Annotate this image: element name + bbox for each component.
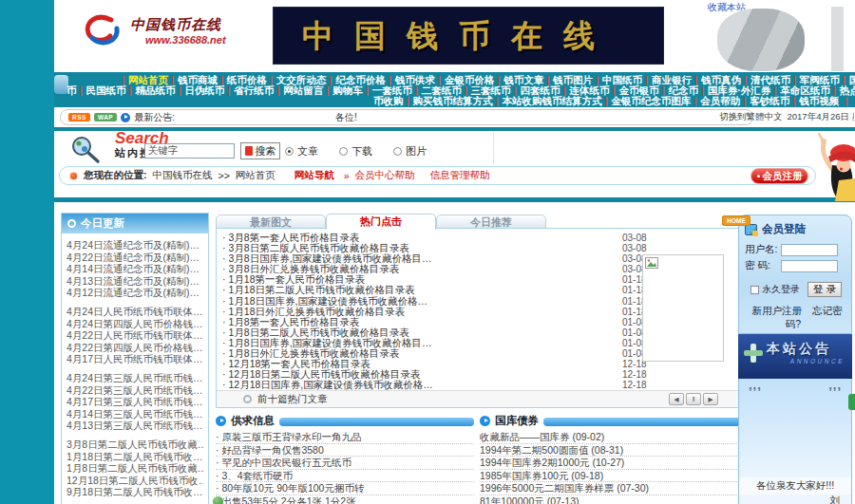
home-button[interactable]: HOME [722,215,750,226]
article-link[interactable]: 3月8第一套人民币价格目录表 [229,233,360,243]
nav-link[interactable]: 军阀纸币 [800,75,840,85]
pager-button[interactable]: ◀ [669,393,684,405]
nav-link[interactable]: 客钞纸币 [750,96,789,106]
wap-badge[interactable]: WAP [94,113,117,121]
member-help-link[interactable]: 会员中心帮助 [355,169,415,182]
today-update-link[interactable]: 4月17日人民币纸币钱币联体… [66,353,203,365]
supply-item[interactable]: 出售53年5分 2分各1张,1分2张 [216,495,474,504]
nav-link[interactable]: 钱币商城 [178,75,218,85]
nav-link[interactable]: 商业银行 [652,75,692,85]
nav-link[interactable]: 本站收购钱币结算方式 [502,96,601,106]
login-button[interactable]: 登 录 [808,282,842,297]
search-input[interactable] [144,143,235,159]
nav-link[interactable]: 热点纸币 [840,85,855,96]
treasury-item[interactable]: 1985年国库券100元 (09-18) [480,470,741,483]
nav-link[interactable]: 国库券·外汇券 [708,85,771,96]
nav-link[interactable]: 金币银币 [618,85,658,96]
today-update-link[interactable]: 4月14日流通纪念币及(精制)… [66,263,203,275]
nav-link[interactable]: 金银币价格 [445,75,495,85]
password-field[interactable] [781,260,838,272]
search-type-option[interactable]: 下载 [339,144,372,159]
article-link[interactable]: 1月18日第二版人民币钱币收藏价格目录表 [229,285,415,295]
radio-icon[interactable] [285,147,294,156]
lang-switch-link[interactable]: 切换到繁體中文 [719,111,783,121]
article-link[interactable]: 1月8日国库券,国家建设债券钱币收藏价格目… [229,338,432,348]
nav-link[interactable]: 钱币文章 [504,75,543,85]
site-logo[interactable]: 中国钱币在线 www.336688.net [81,11,226,49]
nav-link[interactable]: 钱币供求 [395,75,435,85]
tab[interactable]: 热门点击 [326,214,436,230]
supply-item[interactable]: 好品背绿一角仅售3580 [216,444,474,457]
nav-link[interactable]: 文交所动态 [276,75,327,85]
nav-link[interactable]: 购买钱币结算方式 [412,96,492,106]
today-update-link[interactable]: 4月13日流通纪念币及(精制)… [66,275,203,288]
article-link[interactable]: 3月8日第二版人民币钱币收藏价格目录表 [229,243,409,253]
article-link[interactable]: 1月18第一套人民币价格目录表 [229,274,366,285]
search-type-option[interactable]: 文章 [285,144,318,159]
today-update-link[interactable]: 4月24日流通纪念币及(精制)… [66,239,203,252]
nav-link[interactable]: 钱币真伪 [701,75,741,85]
article-link[interactable]: 12月18日第二版人民币钱币收藏价格目录表 [229,369,421,380]
radio-icon[interactable] [393,147,402,156]
search-button[interactable]: 搜索 [240,142,280,159]
nav-link[interactable]: 国库债券 [849,75,855,85]
member-register-button[interactable]: 会员注册 [750,168,808,184]
pager-button[interactable]: ▶ [703,393,718,405]
supply-item[interactable]: 罕见的中国农民银行五元纸币 [216,457,474,470]
article-link[interactable]: 1月18日国库券,国家建设债券钱币收藏价格… [229,296,428,307]
article-link[interactable]: 3月8日外汇兑换券钱币收藏价格目录表 [229,264,400,274]
nav-link[interactable]: 纸币价格 [227,75,267,85]
search-type-option[interactable]: 图片 [393,144,427,159]
nav-link[interactable]: 连体纸币 [569,85,609,96]
today-update-link[interactable]: 3月8日第二版人民币钱币收藏… [66,439,203,451]
today-update-link[interactable]: 4月22日人民币纸币钱币联体… [66,329,203,342]
article-link[interactable]: 1月8日外汇兑换券钱币收藏价格目录表 [229,348,400,359]
radio-icon[interactable] [339,147,348,156]
nav-link[interactable]: 三套纸币 [471,85,511,96]
today-update-link[interactable]: 4月14日第三版人民币纸币钱… [66,408,203,420]
nav-link[interactable]: 一套纸币 [372,85,412,96]
nav-link[interactable]: 清代纸币 [750,75,790,85]
treasury-item[interactable]: 81年100000元 (07-13) [480,495,741,504]
article-link[interactable]: 12月18日国库券,国家建设债券钱币收藏价格… [229,380,433,390]
breadcrumb-site-link[interactable]: 中国钱币在线 [153,169,213,182]
nav-link[interactable]: 币 [66,85,77,96]
supply-item[interactable]: 3、4套纸币硬币 [216,470,474,483]
today-update-link[interactable]: 4月24日第四版人民币价格钱… [66,318,203,330]
today-update-link[interactable]: 4月22日第三版人民币纸币钱… [66,384,203,397]
floating-qq-icon[interactable] [212,495,224,504]
article-link[interactable]: 1月18日外汇兑换券钱币收藏价格目录表 [229,307,406,317]
nav-link[interactable]: 网站首页 [128,75,168,85]
nav-link[interactable]: 金银币纪念币图库 [611,96,691,106]
today-update-link[interactable]: 1月8日第二版人民币钱币收藏… [66,462,203,475]
nav-link[interactable]: 革命区纸币 [780,85,830,96]
treasury-item[interactable]: 收藏新品——国库券 (09-02) [480,431,741,444]
treasury-item[interactable]: 1996年5000元二期国库券样票 (07-30) [480,482,741,495]
today-update-link[interactable]: 4月24日第三版人民币纸币钱… [66,372,203,384]
supply-item[interactable]: 80年版10元 90年版100元捆币转 [216,482,474,495]
rss-badge[interactable]: RSS [68,113,90,121]
new-user-register-link[interactable]: 新用户注册 [752,305,803,316]
article-link[interactable]: 12月18第一套人民币价格目录表 [229,359,370,369]
nav-link[interactable]: 币收购 [373,96,404,106]
nav-link[interactable]: 四套纸币 [521,85,560,96]
username-field[interactable] [781,244,838,256]
today-update-link[interactable]: 4月12日流通纪念币及(精制)… [66,287,203,299]
today-update-link[interactable]: 4月22日第四版人民币价格钱… [66,342,203,354]
nav-link[interactable]: 购物车 [332,85,363,96]
floating-sidebar-button[interactable] [848,394,855,410]
nav-link[interactable]: 精品纸币 [135,85,175,96]
nav-link[interactable]: 民国纸币 [86,85,125,96]
article-link[interactable]: 1月8第一套人民币价格目录表 [229,317,360,327]
nav-link[interactable]: 网站留言 [283,85,323,96]
today-update-link[interactable]: 4月22日流通纪念币及(精制)… [66,252,203,264]
today-update-link[interactable]: 4月13日第三版人民币纸币钱… [66,420,203,432]
info-help-link[interactable]: 信息管理帮助 [430,169,490,182]
nav-link[interactable]: 中国纸币 [602,75,642,85]
nav-link[interactable]: 二套纸币 [422,85,462,96]
remember-checkbox[interactable] [750,286,759,294]
treasury-item[interactable]: 1994年国库券2期1000元 (10-27) [480,457,741,470]
article-link[interactable]: 3月8日国库券,国家建设债券钱币收藏价格目… [229,253,432,264]
today-update-link[interactable]: 4月24日人民币纸币钱币联体… [66,306,203,318]
today-update-link[interactable]: 1月18日第二版人民币钱币收… [66,451,203,463]
